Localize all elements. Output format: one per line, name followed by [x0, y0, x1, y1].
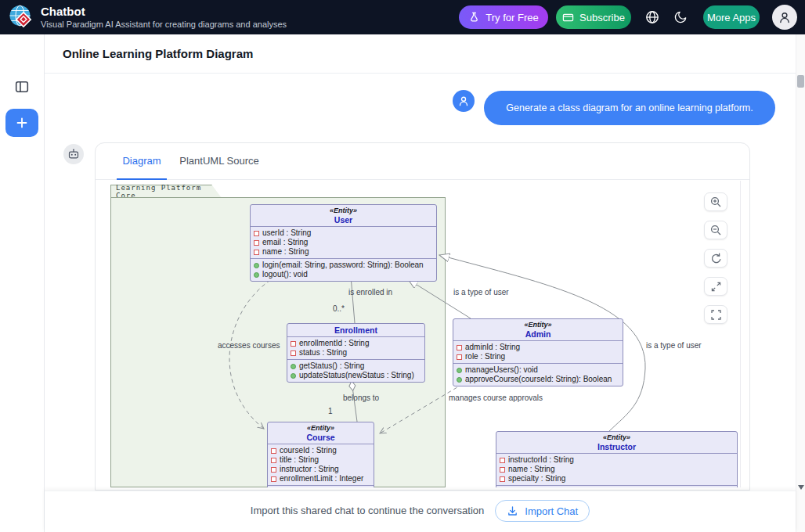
- flask-icon: [468, 12, 480, 23]
- attribute-icon: [254, 231, 259, 236]
- fullscreen-icon: [710, 309, 722, 321]
- subscribe-button[interactable]: Subscribe: [556, 5, 631, 29]
- moon-icon: [673, 9, 688, 24]
- class-header: «Entity» Admin: [453, 319, 623, 341]
- class-header: Enrollment: [287, 324, 424, 337]
- new-chat-button[interactable]: [5, 109, 38, 137]
- zoom-in-icon: [710, 196, 722, 208]
- app-subtitle: Visual Paradigm AI Assistant for creatin…: [41, 20, 287, 29]
- reset-view-button[interactable]: [704, 249, 727, 268]
- import-prompt: Import this shared chat to continue the …: [251, 500, 484, 522]
- relationship-label: is a type of user: [453, 288, 509, 297]
- relationship-label: is enrolled in: [348, 288, 392, 297]
- class-operations: login(email: String, password: String): …: [251, 259, 436, 281]
- class-attributes: instructorId : String name : String spec…: [496, 454, 737, 486]
- left-sidebar: [0, 34, 45, 532]
- attribute-icon: [291, 341, 296, 347]
- reset-icon: [710, 253, 722, 264]
- class-course[interactable]: «Entity» Course courseId : String title …: [267, 422, 374, 487]
- bot-avatar: [63, 144, 84, 164]
- zoom-out-icon: [710, 225, 722, 236]
- operation-icon: [291, 373, 296, 379]
- relationship-label: accesses courses: [218, 341, 280, 350]
- bot-response-card: Diagram PlantUML Source Learning Platfor…: [95, 142, 750, 491]
- attribute-icon: [271, 458, 276, 463]
- class-enrollment[interactable]: Enrollment enrollmentId : String status …: [287, 323, 425, 383]
- split-panel-icon: [15, 80, 29, 94]
- tab-bar: Diagram PlantUML Source: [96, 143, 749, 180]
- attribute-icon: [271, 476, 276, 482]
- import-footer: Import this shared chat to continue the …: [45, 491, 796, 532]
- operation-icon: [254, 263, 259, 268]
- attribute-icon: [254, 250, 259, 255]
- class-header: «Entity» User: [251, 205, 436, 227]
- class-header: «Entity» Instructor: [496, 432, 737, 454]
- expand-button[interactable]: [704, 277, 727, 296]
- attribute-icon: [500, 476, 505, 482]
- multiplicity-label: 0..*: [333, 304, 345, 313]
- globe-icon: [644, 9, 660, 25]
- class-operations: getStatus() : String updateStatus(newSta…: [287, 360, 424, 382]
- attribute-icon: [457, 345, 462, 350]
- relationship-label: belongs to: [343, 394, 379, 402]
- tab-plantuml-source[interactable]: PlantUML Source: [179, 143, 259, 178]
- plus-icon: [16, 117, 28, 129]
- download-icon: [507, 505, 518, 517]
- try-for-free-button[interactable]: Try for Free: [459, 5, 548, 29]
- active-tab-underline: [117, 178, 167, 180]
- account-avatar-button[interactable]: [772, 5, 797, 30]
- operation-icon: [457, 368, 462, 373]
- user-message-bubble: Generate a class diagram for an online l…: [484, 91, 775, 125]
- dark-mode-button[interactable]: [673, 9, 688, 27]
- attribute-icon: [500, 458, 505, 463]
- zoom-out-button[interactable]: [704, 221, 727, 239]
- operation-icon: [254, 272, 259, 278]
- class-operations: manageUsers(): void approveCourse(course…: [453, 364, 623, 386]
- person-icon: [457, 94, 471, 108]
- package-label: Learning Platform Core: [110, 185, 222, 198]
- visual-paradigm-logo-icon: [7, 3, 35, 31]
- zoom-in-button[interactable]: [704, 192, 727, 211]
- language-globe-button[interactable]: [644, 9, 660, 27]
- page-title-bar: Online Learning Platform Diagram: [45, 34, 805, 74]
- page-title: Online Learning Platform Diagram: [63, 47, 253, 60]
- class-attributes: adminId : String role : String: [453, 341, 623, 364]
- caret-down-icon[interactable]: [798, 485, 804, 490]
- class-user[interactable]: «Entity» User userId : String email : St…: [250, 204, 437, 282]
- robot-icon: [67, 148, 80, 160]
- page-scrollbar[interactable]: [796, 34, 805, 532]
- diagram-canvas[interactable]: Learning Platform Core: [108, 181, 741, 487]
- multiplicity-label: 1: [328, 407, 333, 415]
- class-operations: [268, 486, 374, 487]
- credit-card-icon: [562, 12, 574, 23]
- class-admin[interactable]: «Entity» Admin adminId : String role : S…: [453, 318, 623, 386]
- import-chat-button[interactable]: Import Chat: [495, 500, 590, 522]
- attribute-icon: [291, 350, 296, 356]
- operation-icon: [457, 377, 462, 383]
- person-icon: [776, 9, 793, 26]
- attribute-icon: [254, 240, 259, 246]
- class-attributes: userId : String email : String name : St…: [251, 227, 436, 259]
- relationship-label: is a type of user: [646, 341, 702, 350]
- attribute-icon: [500, 467, 505, 473]
- relationship-label: manages course approvals: [449, 394, 543, 402]
- class-instructor[interactable]: «Entity» Instructor instructorId : Strin…: [496, 431, 738, 487]
- app-header: Chatbot Visual Paradigm AI Assistant for…: [0, 0, 805, 34]
- class-attributes: courseId : String title : String instruc…: [268, 444, 374, 486]
- attribute-icon: [271, 467, 276, 473]
- class-attributes: enrollmentId : String status : String: [287, 337, 424, 360]
- fullscreen-button[interactable]: [704, 305, 727, 324]
- more-apps-button[interactable]: More Apps: [703, 5, 760, 29]
- attribute-icon: [271, 448, 276, 454]
- sidebar-toggle-button[interactable]: [13, 79, 31, 96]
- expand-icon: [710, 281, 722, 293]
- attribute-icon: [457, 354, 462, 360]
- app-title: Chatbot: [41, 5, 85, 18]
- scrollbar-thumb[interactable]: [797, 75, 804, 88]
- user-avatar: [453, 90, 475, 112]
- app-window: Chatbot Visual Paradigm AI Assistant for…: [0, 0, 805, 532]
- class-header: «Entity» Course: [268, 422, 374, 444]
- tab-diagram[interactable]: Diagram: [117, 143, 167, 178]
- class-operations: [496, 486, 737, 487]
- operation-icon: [291, 364, 296, 369]
